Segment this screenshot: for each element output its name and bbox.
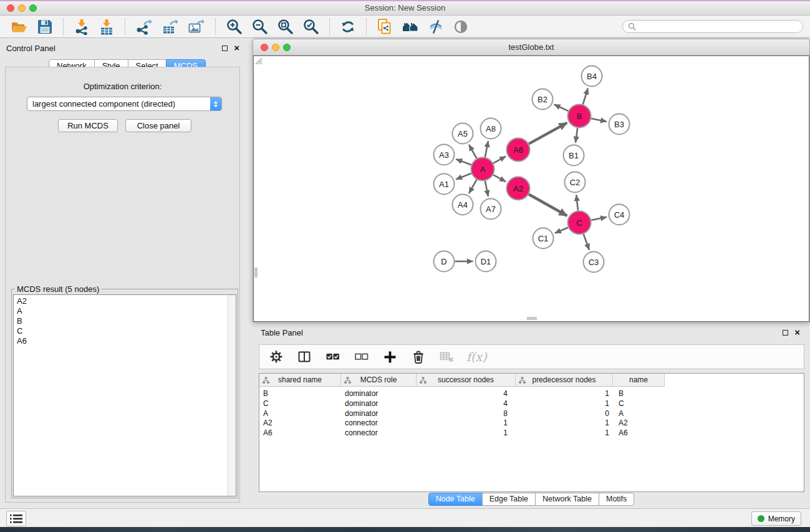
zoom-fit-button[interactable] bbox=[275, 17, 296, 37]
table-cell[interactable]: 1 bbox=[516, 399, 613, 409]
graph-edge-A6-B[interactable] bbox=[529, 123, 567, 144]
function-builder-button[interactable]: f(x) bbox=[466, 350, 487, 364]
minimize-window-button[interactable] bbox=[18, 4, 26, 12]
graph-node-B2[interactable]: B2 bbox=[533, 89, 553, 110]
table-cell[interactable]: A2 bbox=[613, 418, 665, 428]
graph-edge-A-A6[interactable] bbox=[493, 157, 506, 163]
close-panel-button[interactable]: Close panel bbox=[125, 119, 191, 132]
mcds-result-list[interactable]: A2ABCA6 bbox=[13, 294, 236, 496]
float-table-panel-icon[interactable] bbox=[783, 330, 788, 336]
import-table-button[interactable] bbox=[97, 17, 117, 37]
column-header-MCDS-role[interactable]: MCDS role bbox=[341, 374, 417, 387]
table-cell[interactable]: 1 bbox=[417, 428, 516, 438]
hide-details-button[interactable] bbox=[426, 17, 446, 37]
table-cell[interactable]: connector bbox=[341, 428, 417, 438]
zoom-window-button[interactable] bbox=[29, 4, 37, 12]
tab-motifs[interactable]: Motifs bbox=[599, 493, 634, 506]
table-cell[interactable]: C bbox=[259, 399, 341, 409]
column-header-successor-nodes[interactable]: successor nodes bbox=[417, 374, 516, 387]
graph-node-A8[interactable]: A8 bbox=[481, 118, 501, 139]
graph-edge-A-A2[interactable] bbox=[493, 175, 506, 181]
mcds-result-item[interactable]: A bbox=[14, 306, 236, 316]
graph-node-B1[interactable]: B1 bbox=[564, 145, 584, 166]
graph-edge-A-A4[interactable] bbox=[469, 180, 477, 193]
network-canvas[interactable]: AA1A2A3A4A5A6A7A8BB1B2B3B4CC1C2C3C4DD1 bbox=[253, 56, 809, 322]
graph-edge-B-B4[interactable] bbox=[583, 89, 588, 105]
table-cell[interactable]: dominator bbox=[341, 389, 417, 399]
table-row[interactable]: Bdominator41B bbox=[259, 389, 804, 399]
close-window-button[interactable] bbox=[7, 4, 14, 12]
search-box[interactable] bbox=[622, 20, 803, 33]
tab-node-table[interactable]: Node Table bbox=[428, 493, 483, 506]
table-cell[interactable]: 1 bbox=[516, 389, 613, 399]
graph-node-B4[interactable]: B4 bbox=[582, 66, 602, 87]
graph-node-D[interactable]: D bbox=[434, 251, 455, 272]
graph-edge-B-B2[interactable] bbox=[554, 105, 569, 111]
select-all-button[interactable] bbox=[324, 347, 342, 367]
graph-node-C1[interactable]: C1 bbox=[533, 228, 554, 249]
close-table-panel-icon[interactable]: × bbox=[794, 329, 800, 336]
table-cell[interactable]: 1 bbox=[417, 418, 516, 428]
graph-node-B[interactable]: B bbox=[568, 105, 591, 128]
table-cell[interactable]: B bbox=[613, 389, 665, 399]
graph-edge-A2-C[interactable] bbox=[529, 195, 567, 216]
table-cell[interactable]: dominator bbox=[341, 409, 417, 419]
mcds-result-item[interactable]: C bbox=[14, 326, 236, 336]
network-zoom-button[interactable] bbox=[283, 44, 291, 51]
result-scrollbar[interactable] bbox=[228, 295, 236, 496]
graph-edge-B-B1[interactable] bbox=[576, 128, 577, 142]
delete-column-button[interactable] bbox=[410, 347, 427, 367]
tab-edge-table[interactable]: Edge Table bbox=[482, 493, 536, 506]
column-header-predecessor-nodes[interactable]: predecessor nodes bbox=[516, 374, 613, 387]
table-cell[interactable]: A6 bbox=[613, 428, 665, 438]
graph-node-C3[interactable]: C3 bbox=[584, 252, 604, 273]
mcds-result-item[interactable]: A6 bbox=[14, 336, 236, 346]
zoom-out-button[interactable] bbox=[249, 17, 270, 37]
close-panel-icon[interactable]: × bbox=[234, 44, 239, 52]
column-header-name[interactable]: name bbox=[613, 374, 665, 387]
add-column-button[interactable] bbox=[381, 347, 399, 367]
network-minimize-button[interactable] bbox=[272, 44, 279, 51]
table-cell[interactable]: 8 bbox=[417, 409, 516, 419]
column-header-shared-name[interactable]: shared name bbox=[259, 374, 341, 387]
show-columns-button[interactable] bbox=[296, 347, 313, 367]
table-cell[interactable]: 4 bbox=[417, 389, 516, 399]
run-mcds-button[interactable]: Run MCDS bbox=[58, 119, 118, 132]
graph-edge-C-C1[interactable] bbox=[555, 228, 568, 233]
graph-node-A4[interactable]: A4 bbox=[453, 195, 473, 215]
mcds-result-item[interactable]: B bbox=[14, 316, 236, 326]
table-cell[interactable]: 4 bbox=[417, 399, 516, 409]
export-table-button[interactable] bbox=[160, 17, 181, 37]
export-image-button[interactable] bbox=[186, 17, 207, 37]
canvas-vertical-scrollbar[interactable] bbox=[254, 268, 258, 278]
table-cell[interactable]: A6 bbox=[259, 428, 341, 438]
tab-network-table[interactable]: Network Table bbox=[535, 493, 599, 506]
graph-node-A[interactable]: A bbox=[471, 158, 494, 181]
graph-node-A1[interactable]: A1 bbox=[434, 174, 455, 195]
zoom-selected-button[interactable] bbox=[301, 17, 321, 37]
graph-edge-B-B3[interactable] bbox=[591, 118, 607, 122]
table-cell[interactable]: connector bbox=[341, 418, 417, 428]
graph-node-A7[interactable]: A7 bbox=[481, 199, 501, 220]
graph-node-A6[interactable]: A6 bbox=[507, 138, 530, 162]
show-details-button[interactable] bbox=[451, 17, 471, 37]
graph-edge-A-A5[interactable] bbox=[469, 145, 477, 158]
delete-table-button[interactable] bbox=[438, 347, 456, 367]
table-row[interactable]: Cdominator41C bbox=[259, 399, 804, 409]
task-history-button[interactable] bbox=[6, 511, 26, 526]
table-cell[interactable]: 1 bbox=[516, 418, 613, 428]
table-cell[interactable]: 0 bbox=[516, 409, 613, 419]
graph-node-D1[interactable]: D1 bbox=[476, 251, 496, 272]
table-cell[interactable]: 1 bbox=[516, 428, 613, 438]
float-panel-icon[interactable] bbox=[222, 46, 228, 51]
table-row[interactable]: A2connector11A2 bbox=[259, 418, 804, 428]
criterion-select[interactable]: largest connected component (directed) bbox=[27, 97, 222, 111]
table-cell[interactable]: B bbox=[259, 389, 341, 399]
graph-edge-A-A7[interactable] bbox=[485, 181, 488, 196]
graph-node-A3[interactable]: A3 bbox=[434, 145, 455, 165]
refresh-button[interactable] bbox=[338, 17, 358, 37]
graph-node-B3[interactable]: B3 bbox=[609, 114, 630, 135]
table-row[interactable]: Adominator80A bbox=[259, 409, 804, 419]
mcds-result-item[interactable]: A2 bbox=[14, 296, 236, 306]
graph-edge-C-C4[interactable] bbox=[591, 217, 607, 220]
